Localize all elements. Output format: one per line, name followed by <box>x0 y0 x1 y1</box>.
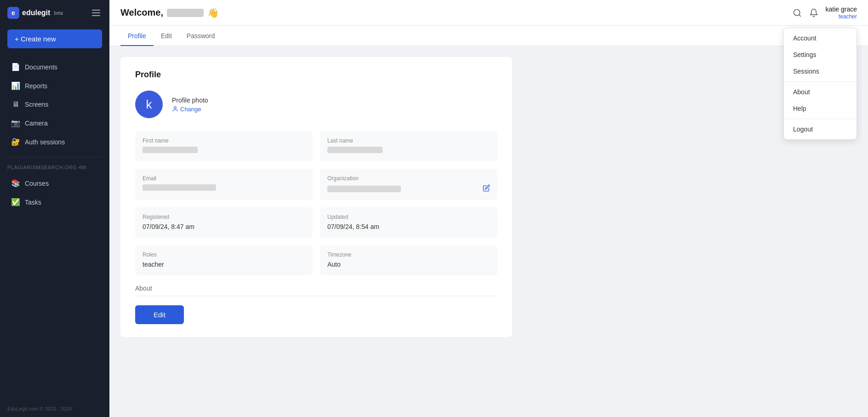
sidebar-item-reports[interactable]: 📊 Reports <box>4 77 106 95</box>
main: Welcome, 👋 katie grace teacher <box>109 0 868 417</box>
dropdown-item-about[interactable]: About <box>784 84 857 100</box>
screens-icon: 🖥 <box>11 100 20 109</box>
tab-password[interactable]: Password <box>179 26 222 46</box>
change-label: Change <box>180 106 201 113</box>
field-value: Auto <box>327 261 490 269</box>
user-name: katie grace <box>826 6 857 13</box>
organization-value-blur <box>327 186 401 192</box>
profile-fields-grid: First name Last name Email <box>135 131 497 275</box>
logo-beta: beta <box>54 11 63 16</box>
field-first-name: First name <box>135 131 313 161</box>
field-label: Email <box>143 175 305 182</box>
svg-point-2 <box>174 107 177 109</box>
user-menu-button[interactable]: katie grace teacher <box>826 6 857 20</box>
sidebar-item-courses[interactable]: 📚 Courses <box>4 174 106 192</box>
logo-text: edulegit <box>22 9 50 17</box>
document-icon: 📄 <box>11 63 20 71</box>
tab-edit[interactable]: Edit <box>154 26 179 46</box>
logo-area: e edulegitbeta <box>7 7 63 19</box>
footer-link[interactable]: EduLegit.com © 2023 - 2024 <box>7 406 72 411</box>
field-last-name: Last name <box>320 131 497 161</box>
sidebar-item-label: Documents <box>25 63 57 71</box>
sidebar-subnav: 📚 Courses ✅ Tasks <box>0 172 109 213</box>
field-organization: Organization <box>320 169 497 200</box>
sidebar-item-label: Tasks <box>25 199 41 206</box>
tab-profile[interactable]: Profile <box>120 26 154 46</box>
field-label: Last name <box>327 137 490 144</box>
dropdown-divider <box>784 81 857 82</box>
topbar: Welcome, 👋 katie grace teacher <box>109 0 868 26</box>
tasks-icon: ✅ <box>11 198 20 206</box>
change-photo-link[interactable]: Change <box>172 106 208 113</box>
dropdown-divider-2 <box>784 119 857 119</box>
sidebar-item-label: Screens <box>25 101 48 108</box>
avatar: k <box>135 91 163 118</box>
last-name-value-blur <box>327 147 383 153</box>
field-updated: Updated 07/09/24, 8:54 am <box>320 207 497 238</box>
field-roles: Roles teacher <box>135 245 313 275</box>
logo-icon: e <box>7 7 19 19</box>
sidebar-item-camera[interactable]: 📷 Camera <box>4 114 106 132</box>
dropdown-item-help[interactable]: Help <box>784 100 857 117</box>
create-new-button[interactable]: + Create new <box>7 29 102 48</box>
sidebar-item-auth-sessions[interactable]: 🔐 Auth sessions <box>4 133 106 151</box>
welcome-emoji: 👋 <box>207 7 219 18</box>
field-value <box>327 184 490 194</box>
photo-label: Profile photo <box>172 97 208 104</box>
field-timezone: Timezone Auto <box>320 245 497 275</box>
sidebar-item-documents[interactable]: 📄 Documents <box>4 58 106 76</box>
dropdown-item-account[interactable]: Account <box>784 30 857 46</box>
courses-icon: 📚 <box>11 179 20 188</box>
dropdown-item-sessions[interactable]: Sessions <box>784 63 857 80</box>
sidebar-nav: 📄 Documents 📊 Reports 🖥 Screens 📷 Camera… <box>0 56 109 153</box>
field-value: 07/09/24, 8:47 am <box>143 223 305 231</box>
edit-button-row: Edit <box>135 305 497 324</box>
sidebar-divider <box>7 157 102 157</box>
email-value-blur <box>143 184 216 191</box>
field-value <box>327 147 490 155</box>
edit-submit-button[interactable]: Edit <box>135 305 184 324</box>
sidebar-item-label: Auth sessions <box>25 138 65 146</box>
welcome-prefix: Welcome, <box>120 7 163 18</box>
content-area: Profile k Profile photo Change <box>109 46 868 417</box>
photo-info: Profile photo Change <box>172 97 208 113</box>
hamburger-button[interactable] <box>90 8 102 18</box>
welcome-text: Welcome, 👋 <box>120 7 219 18</box>
field-label: First name <box>143 137 305 144</box>
first-name-value-blur <box>143 147 198 153</box>
edit-organization-button[interactable] <box>483 184 490 194</box>
dropdown-item-settings[interactable]: Settings <box>784 46 857 63</box>
sidebar-item-label: Reports <box>25 82 47 90</box>
field-registered: Registered 07/09/24, 8:47 am <box>135 207 313 238</box>
reports-icon: 📊 <box>11 81 20 90</box>
topbar-right: katie grace teacher Account Settings Ses… <box>793 6 857 20</box>
field-label: Timezone <box>327 251 490 258</box>
sidebar-section-label: PlagiarismSearch.ORG 4W <box>0 161 109 172</box>
field-label: Updated <box>327 214 490 220</box>
tabs-bar: Profile Edit Password <box>109 26 868 46</box>
field-value: teacher <box>143 261 305 269</box>
user-role: teacher <box>839 13 857 20</box>
sidebar: e edulegitbeta + Create new 📄 Documents … <box>0 0 109 417</box>
sidebar-item-tasks[interactable]: ✅ Tasks <box>4 193 106 211</box>
dropdown-menu: Account Settings Sessions About Help Log… <box>783 28 857 140</box>
field-label: Organization <box>327 175 490 182</box>
field-email: Email <box>135 169 313 200</box>
svg-line-1 <box>799 14 800 16</box>
search-button[interactable] <box>793 8 802 17</box>
field-value: 07/09/24, 8:54 am <box>327 223 490 231</box>
profile-content: Profile k Profile photo Change <box>109 46 523 355</box>
field-value <box>143 147 305 155</box>
about-divider <box>135 296 497 296</box>
profile-photo-row: k Profile photo Change <box>135 91 497 118</box>
sidebar-footer: EduLegit.com © 2023 - 2024 <box>0 400 109 417</box>
field-label: Registered <box>143 214 305 220</box>
notification-button[interactable] <box>809 8 818 17</box>
dropdown-item-logout[interactable]: Logout <box>784 121 857 137</box>
field-label: Roles <box>143 251 305 258</box>
welcome-name-blur <box>167 9 204 17</box>
auth-icon: 🔐 <box>11 137 20 146</box>
about-section: About <box>135 285 497 296</box>
sidebar-item-screens[interactable]: 🖥 Screens <box>4 96 106 113</box>
sidebar-item-label: Courses <box>25 180 49 187</box>
